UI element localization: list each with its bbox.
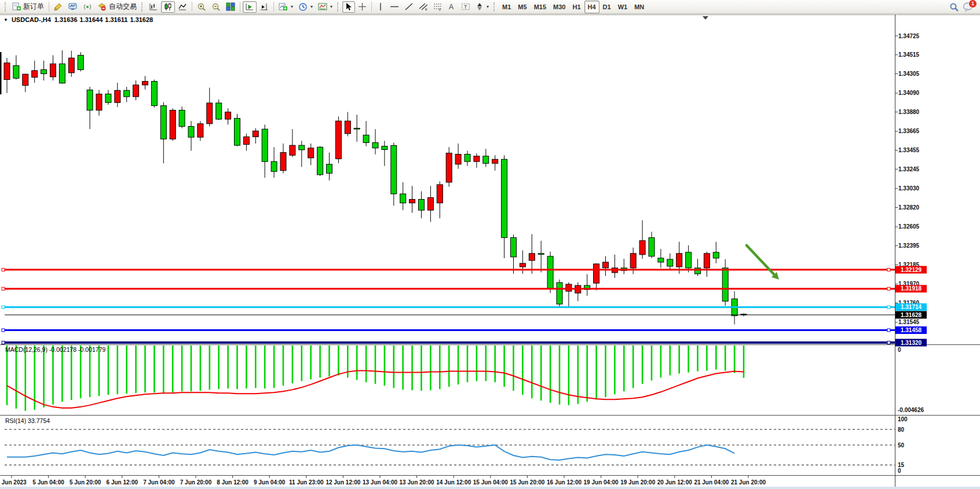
- timeframe-button-m15[interactable]: M15: [531, 1, 550, 13]
- zoom-out-button[interactable]: [209, 1, 223, 13]
- toolbar-grip[interactable]: [141, 2, 144, 12]
- timeframe-button-w1[interactable]: W1: [615, 1, 631, 13]
- status-strip: [0, 487, 980, 489]
- hline-handle: [887, 306, 890, 308]
- candle-body: [419, 200, 425, 211]
- candle-body: [179, 110, 185, 126]
- time-tick-label: 5 Jun 20:00: [70, 479, 101, 486]
- time-tick-label: 5 Jun 04:00: [32, 479, 64, 486]
- candle-body: [225, 112, 231, 119]
- text-label-button[interactable]: T: [459, 1, 473, 13]
- signal-icon: [83, 2, 92, 11]
- candle-body: [216, 103, 222, 119]
- timeframe-button-mn[interactable]: MN: [631, 1, 648, 13]
- candle-body: [511, 238, 517, 257]
- templates-button[interactable]: ▾: [316, 1, 335, 13]
- horizontal-line-icon: [390, 2, 399, 11]
- chart-shift-button[interactable]: [257, 1, 271, 13]
- time-tick-label: 21 Jun 04:00: [694, 479, 729, 486]
- equidistant-channel-button[interactable]: E: [416, 1, 430, 13]
- fibonacci-button[interactable]: F: [431, 1, 445, 13]
- search-icon[interactable]: [949, 2, 959, 12]
- price-tag-label: 1.31320: [901, 340, 922, 346]
- mt4-window: 新订单 自动交易: [0, 0, 980, 489]
- timeframe-button-d1[interactable]: D1: [599, 1, 615, 13]
- quotes-icon: [54, 2, 63, 11]
- candle-body: [446, 153, 452, 182]
- timeframe-button-m1[interactable]: M1: [499, 1, 514, 13]
- signal-button[interactable]: [81, 1, 94, 13]
- vertical-line-button[interactable]: [374, 1, 387, 13]
- hline-handle: [2, 287, 5, 290]
- timeframe-button-m30[interactable]: M30: [550, 1, 569, 13]
- price-tag-label: 1.31918: [901, 285, 922, 292]
- time-tick-label: 9 Jun 04:00: [254, 479, 286, 486]
- market-watch-icon: [68, 2, 78, 11]
- autotrade-button[interactable]: 自动交易: [95, 1, 139, 13]
- timeframe-button-h4[interactable]: H4: [584, 1, 599, 13]
- price-tick-label: 1.32820: [898, 204, 920, 211]
- trendline-button[interactable]: [402, 1, 416, 13]
- crosshair-button[interactable]: [356, 1, 369, 13]
- price-tag-label: 1.31628: [901, 312, 922, 318]
- toolbar-grip[interactable]: [337, 2, 340, 12]
- tile-windows-button[interactable]: [224, 1, 237, 13]
- horizontal-line-button[interactable]: [387, 1, 401, 13]
- candle-body: [695, 268, 701, 274]
- market-watch-button[interactable]: [66, 1, 80, 13]
- new-order-button[interactable]: 新订单: [10, 1, 46, 13]
- chart-dropdown-icon[interactable]: ▼: [3, 17, 8, 23]
- candle-body: [594, 264, 599, 283]
- candle-body: [639, 241, 645, 255]
- chart-canvas[interactable]: 0-0.00462610080501501.347251.345151.3430…: [0, 0, 980, 489]
- candle-body: [704, 253, 710, 268]
- partial-candle: [0, 52, 2, 94]
- quote-close: 1.31628: [130, 16, 153, 23]
- candle-body: [4, 63, 10, 80]
- candle-body: [96, 94, 102, 110]
- toolbar-grip[interactable]: [493, 2, 496, 12]
- indicators-button[interactable]: ▾: [276, 1, 295, 13]
- candle-body: [538, 253, 544, 255]
- text-button[interactable]: A: [445, 1, 458, 13]
- price-tag-label: 1.31458: [901, 327, 922, 333]
- time-tick-label: 16 Jun 12:00: [547, 479, 582, 486]
- macd-value-main: -0.002178: [49, 346, 76, 353]
- bar-chart-icon: [149, 2, 158, 11]
- macd-label: MACD(12,26,9) -0.002178 -0.001779: [5, 346, 105, 353]
- periods-button[interactable]: ▾: [296, 1, 315, 13]
- auto-scroll-button[interactable]: [243, 1, 257, 13]
- candle-body: [308, 148, 314, 158]
- bar-chart-button[interactable]: [147, 1, 160, 13]
- rsi-scale-label: 50: [898, 442, 905, 448]
- hline-handle: [887, 329, 890, 332]
- candle-body: [382, 146, 387, 150]
- text-label-icon: T: [461, 2, 470, 11]
- candlestick-chart-button[interactable]: [161, 1, 175, 13]
- arrows-button[interactable]: ▾: [473, 1, 491, 13]
- quote-low: 1.31611: [105, 16, 127, 23]
- vertical-line-icon: [378, 2, 383, 11]
- chart-symbol-title: USDCAD-,H4: [12, 16, 51, 23]
- quotes-button[interactable]: [52, 1, 65, 13]
- time-tick-label: 13 Jun 20:00: [400, 479, 434, 486]
- candle-body: [280, 153, 286, 171]
- auto-scroll-icon: [245, 2, 254, 11]
- line-chart-button[interactable]: [175, 1, 189, 13]
- cursor-button[interactable]: [342, 1, 355, 13]
- hline-handle: [887, 269, 890, 271]
- candle-body: [188, 126, 194, 137]
- notification-badge: 1: [968, 0, 977, 8]
- time-tick-label: 12 Jun 12:00: [326, 479, 360, 486]
- toolbar-grip[interactable]: [5, 2, 8, 12]
- zoom-in-button[interactable]: [195, 1, 209, 13]
- zoom-out-icon: [211, 2, 221, 12]
- candle-body: [87, 90, 93, 110]
- timeframe-button-h1[interactable]: H1: [569, 1, 584, 13]
- timeframe-group: M1M5M15M30H1H4D1W1MN: [499, 1, 648, 13]
- chevron-down-icon: ▾: [310, 4, 313, 9]
- chat-icon[interactable]: 1: [963, 2, 974, 12]
- timeframe-button-m5[interactable]: M5: [514, 1, 530, 13]
- autotrade-icon: [97, 2, 107, 11]
- price-tick-label: 1.31545: [898, 319, 920, 325]
